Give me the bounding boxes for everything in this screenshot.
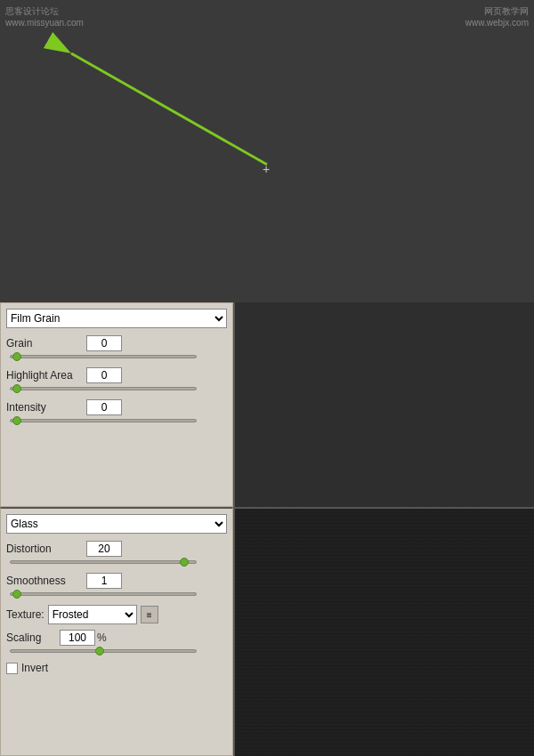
grain-slider-thumb[interactable]	[12, 352, 21, 361]
cursor-cross: +	[263, 162, 270, 176]
canvas-area[interactable]: 思客设计论坛 www.missyuan.com 网页教学网 www.webjx.…	[0, 0, 534, 302]
film-grain-dropdown[interactable]: Film Grain	[6, 309, 227, 328]
scaling-label: Scaling	[6, 631, 60, 644]
smoothness-slider-row	[6, 592, 227, 596]
grain-label: Grain	[6, 337, 86, 350]
texture-row: Texture: FrostedBlocksCanvasTiny Lens ≡	[6, 605, 227, 624]
grain-input[interactable]	[86, 335, 122, 351]
highlight-input[interactable]	[86, 367, 122, 383]
highlight-slider-thumb[interactable]	[12, 384, 21, 393]
grain-row: Grain	[6, 335, 227, 351]
highlight-slider-track[interactable]	[10, 387, 197, 390]
texture-label: Texture:	[6, 608, 44, 621]
preview-bottom	[233, 507, 534, 756]
smoothness-label: Smoothness	[6, 575, 86, 587]
grain-slider-track[interactable]	[10, 355, 197, 358]
distortion-slider-row	[6, 560, 227, 564]
scaling-slider-thumb[interactable]	[95, 647, 104, 655]
scaling-unit: %	[97, 631, 107, 644]
scaling-row: Scaling %	[6, 630, 227, 646]
distortion-input[interactable]	[86, 541, 122, 557]
bottom-row: Glass Distortion Smoothness Texture: Fro…	[0, 507, 534, 756]
intensity-label: Intensity	[6, 401, 86, 414]
scaling-slider-track[interactable]	[10, 649, 197, 653]
glass-panel: Glass Distortion Smoothness Texture: Fro…	[0, 507, 233, 756]
distortion-row: Distortion	[6, 541, 227, 557]
smoothness-slider-track[interactable]	[10, 592, 197, 596]
intensity-input[interactable]	[86, 399, 122, 415]
smoothness-input[interactable]	[86, 573, 122, 589]
highlight-slider-row	[6, 387, 227, 390]
scaling-input[interactable]	[60, 630, 95, 646]
distortion-slider-thumb[interactable]	[180, 558, 189, 567]
distortion-label: Distortion	[6, 543, 86, 555]
intensity-slider-track[interactable]	[10, 419, 197, 422]
intensity-slider-thumb[interactable]	[12, 416, 21, 425]
middle-row: Film Grain Grain Highlight Area Intensit…	[0, 302, 534, 507]
smoothness-row: Smoothness	[6, 573, 227, 589]
highlight-row: Highlight Area	[6, 367, 227, 383]
preview-middle	[233, 302, 534, 507]
scaling-slider-row	[6, 649, 227, 653]
invert-row: Invert	[6, 662, 227, 674]
texture-dropdown[interactable]: FrostedBlocksCanvasTiny Lens	[48, 605, 137, 624]
distortion-slider-track[interactable]	[10, 560, 197, 564]
texture-menu-button[interactable]: ≡	[141, 606, 158, 623]
arrow-line	[71, 53, 267, 165]
grain-slider-row	[6, 355, 227, 358]
highlight-label: Highlight Area	[6, 369, 86, 382]
invert-checkbox[interactable]	[6, 663, 18, 674]
glass-dropdown[interactable]: Glass	[6, 514, 227, 534]
intensity-row: Intensity	[6, 399, 227, 415]
intensity-slider-row	[6, 419, 227, 422]
film-grain-panel: Film Grain Grain Highlight Area Intensit…	[0, 302, 233, 507]
invert-label: Invert	[21, 662, 48, 674]
glass-header: Glass	[6, 514, 227, 534]
menu-icon: ≡	[147, 610, 152, 620]
film-grain-header: Film Grain	[6, 309, 227, 328]
smoothness-slider-thumb[interactable]	[12, 590, 21, 599]
